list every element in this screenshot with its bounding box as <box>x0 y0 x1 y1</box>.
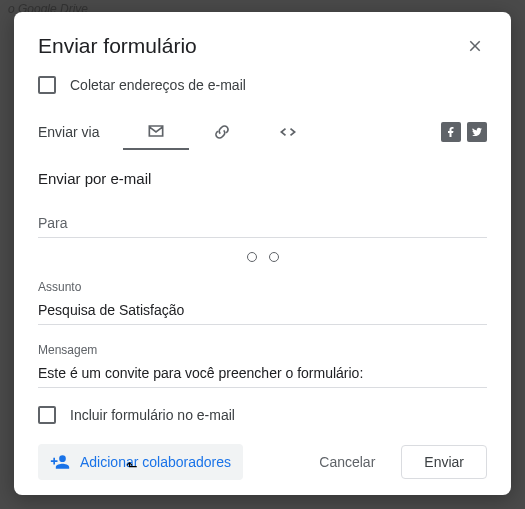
include-form-label: Incluir formulário no e-mail <box>70 407 235 423</box>
twitter-button[interactable] <box>467 122 487 142</box>
subject-label: Assunto <box>38 280 487 294</box>
tab-email[interactable] <box>123 114 189 150</box>
message-label: Mensagem <box>38 343 487 357</box>
add-collaborators-button[interactable]: Adicionar colaboradores ⬑ <box>38 444 243 480</box>
collect-emails-row: Coletar endereços de e-mail <box>14 72 511 108</box>
send-via-row: Enviar via <box>14 108 511 150</box>
twitter-icon <box>471 126 483 138</box>
modal-header: Enviar formulário <box>14 34 511 72</box>
section-title: Enviar por e-mail <box>38 170 487 187</box>
message-group: Mensagem <box>38 343 487 388</box>
modal-footer: Adicionar colaboradores ⬑ Cancelar Envia… <box>14 432 511 500</box>
include-form-checkbox[interactable] <box>38 406 56 424</box>
facebook-button[interactable] <box>441 122 461 142</box>
dot <box>247 252 257 262</box>
subject-group: Assunto <box>38 280 487 325</box>
facebook-icon <box>445 126 457 138</box>
close-button[interactable] <box>463 34 487 58</box>
send-button[interactable]: Enviar <box>401 445 487 479</box>
close-icon <box>466 37 484 55</box>
include-form-row: Incluir formulário no e-mail <box>38 406 487 424</box>
collect-emails-checkbox[interactable] <box>38 76 56 94</box>
send-via-label: Enviar via <box>38 124 99 140</box>
subject-input[interactable] <box>38 296 487 325</box>
person-add-icon <box>50 452 70 472</box>
mail-icon <box>146 121 166 141</box>
cancel-button[interactable]: Cancelar <box>301 446 393 478</box>
dot <box>269 252 279 262</box>
modal-content: Enviar por e-mail Para Assunto Mensagem … <box>14 150 511 432</box>
tab-embed[interactable] <box>255 114 321 150</box>
social-icons <box>441 122 487 142</box>
link-icon <box>212 122 232 142</box>
collect-emails-label: Coletar endereços de e-mail <box>70 77 246 93</box>
pagination-dots <box>38 252 487 262</box>
add-collaborators-label: Adicionar colaboradores <box>80 454 231 470</box>
message-input[interactable] <box>38 359 487 388</box>
to-field[interactable]: Para <box>38 215 487 238</box>
code-icon <box>278 122 298 142</box>
send-form-modal: Enviar formulário Coletar endereços de e… <box>14 12 511 495</box>
tab-link[interactable] <box>189 114 255 150</box>
modal-title: Enviar formulário <box>38 34 197 58</box>
